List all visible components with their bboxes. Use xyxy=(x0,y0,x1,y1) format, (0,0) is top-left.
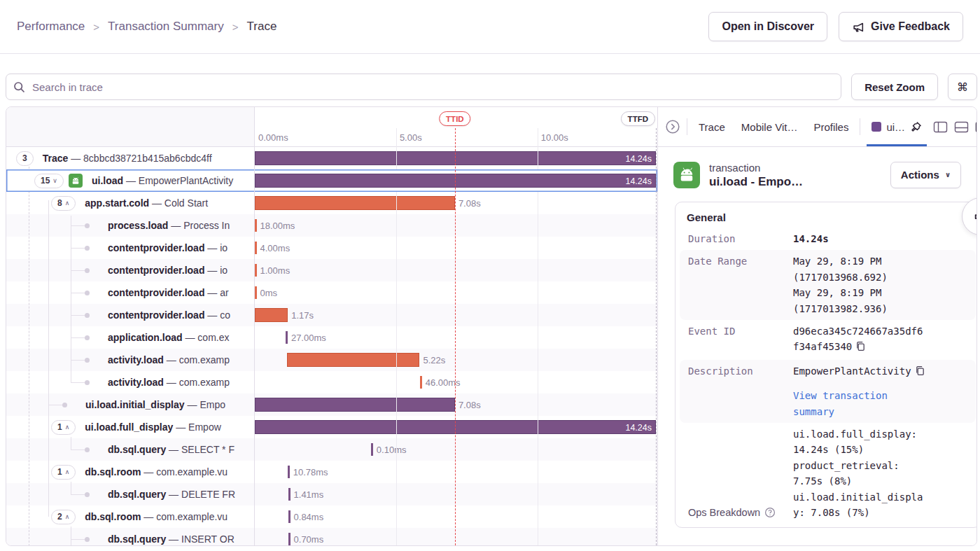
span-tree-cell[interactable]: contentprovider.load — ar xyxy=(6,281,255,304)
span-timeline-cell[interactable]: 10.78ms xyxy=(255,461,657,483)
span-timeline-cell[interactable]: 7.08s xyxy=(255,192,657,214)
span-bar-tick[interactable] xyxy=(371,443,373,456)
span-timeline-cell[interactable]: 1.17s xyxy=(255,304,657,326)
span-bar[interactable] xyxy=(255,398,455,412)
trace-row-ui-load-initial-display[interactable]: ui.load.initial_display — Empo7.08s xyxy=(6,393,657,416)
span-timeline-cell[interactable]: 1.41ms xyxy=(255,483,657,505)
span-tree-cell[interactable]: 8∧app.start.cold — Cold Start xyxy=(6,192,255,214)
span-timeline-cell[interactable]: 18.00ms xyxy=(255,214,657,237)
span-bar-tick[interactable] xyxy=(288,533,290,545)
span-bar[interactable]: 14.24s xyxy=(255,420,656,434)
span-bar[interactable] xyxy=(255,196,455,210)
span-tree-cell[interactable]: 15∨ui.load — EmpowerPlantActivity xyxy=(6,169,255,192)
span-timeline-cell[interactable]: 14.24s xyxy=(255,169,657,192)
child-count-badge[interactable]: 1∧ xyxy=(51,420,76,435)
child-count-badge[interactable]: 2∧ xyxy=(51,510,76,524)
trace-row-contentprovider-load[interactable]: contentprovider.load — io1.00ms xyxy=(6,259,657,281)
child-count-badge[interactable]: 3 xyxy=(16,151,34,166)
tab-mobile-vitals[interactable]: Mobile Vit… xyxy=(736,107,803,146)
trace-row-activity-load[interactable]: activity.load — com.examp46.00ms xyxy=(6,371,657,393)
trace-row-db-sql-room[interactable]: 2∧db.sql.room — com.example.vu0.84ms xyxy=(6,505,657,528)
span-bar[interactable] xyxy=(255,308,288,322)
tab-profiles[interactable]: Profiles xyxy=(808,107,853,146)
trace-row-process-load[interactable]: process.load — Process In18.00ms xyxy=(6,214,657,237)
view-transaction-summary-link[interactable]: View transaction summary xyxy=(793,388,925,419)
span-bar-tick[interactable] xyxy=(255,286,257,299)
search-input[interactable] xyxy=(31,81,834,94)
span-bar-tick[interactable] xyxy=(288,488,290,501)
trace-row-db-sql-query[interactable]: db.sql.query — SELECT * F0.10ms xyxy=(6,438,657,461)
span-bar-tick[interactable] xyxy=(420,376,422,389)
pin-icon[interactable] xyxy=(910,121,922,133)
trace-row-contentprovider-load[interactable]: contentprovider.load — co1.17s xyxy=(6,304,657,326)
span-bar[interactable]: 14.24s xyxy=(255,174,656,188)
span-tree-cell[interactable]: db.sql.query — DELETE FR xyxy=(6,483,255,505)
span-timeline-cell[interactable]: 0.84ms xyxy=(255,505,657,528)
layout-left-icon[interactable] xyxy=(933,121,948,133)
span-tree-cell[interactable]: 1∧ui.load.full_display — Empow xyxy=(6,416,255,438)
copy-icon[interactable] xyxy=(915,365,925,380)
span-bar-tick[interactable] xyxy=(288,466,290,478)
span-tree-cell[interactable]: ui.load.initial_display — Empo xyxy=(6,393,255,416)
span-tree-cell[interactable]: activity.load — com.examp xyxy=(6,371,255,393)
trace-row-ui-load-full-display[interactable]: 1∧ui.load.full_display — Empow14.24s xyxy=(6,416,657,438)
span-bar-tick[interactable] xyxy=(288,510,290,523)
span-timeline-cell[interactable]: 14.24s xyxy=(255,147,657,169)
span-timeline-cell[interactable]: 7.08s xyxy=(255,393,657,416)
help-icon[interactable] xyxy=(764,507,776,518)
span-timeline-cell[interactable]: 0ms xyxy=(255,281,657,304)
span-tree-cell[interactable]: contentprovider.load — io xyxy=(6,259,255,281)
span-bar-tick[interactable] xyxy=(255,264,257,277)
breadcrumb-performance[interactable]: Performance xyxy=(17,20,85,34)
tab-trace[interactable]: Trace xyxy=(694,107,730,146)
span-timeline-cell[interactable]: 4.00ms xyxy=(255,237,657,259)
span-tree-cell[interactable]: contentprovider.load — io xyxy=(6,237,255,259)
span-timeline-cell[interactable]: 5.22s xyxy=(255,349,657,371)
span-timeline-cell[interactable]: 0.70ms xyxy=(255,528,657,545)
span-bar[interactable] xyxy=(287,353,420,367)
child-count-badge[interactable]: 8∧ xyxy=(51,196,76,211)
trace-row-db-sql-query[interactable]: db.sql.query — DELETE FR1.41ms xyxy=(6,483,657,505)
span-tree-cell[interactable]: application.load — com.ex xyxy=(6,326,255,349)
span-tree-cell[interactable]: activity.load — com.examp xyxy=(6,349,255,371)
trace-row-activity-load[interactable]: activity.load — com.examp5.22s xyxy=(6,349,657,371)
span-tree-cell[interactable]: contentprovider.load — co xyxy=(6,304,255,326)
trace-row-db-sql-room[interactable]: 1∧db.sql.room — com.example.vu10.78ms xyxy=(6,461,657,483)
span-tree-cell[interactable]: db.sql.query — INSERT OR xyxy=(6,528,255,545)
child-count-badge[interactable]: 1∧ xyxy=(51,465,76,480)
trace-row-application-load[interactable]: application.load — com.ex27.00ms xyxy=(6,326,657,349)
actions-button[interactable]: Actions ∨ xyxy=(890,162,961,188)
trace-row-contentprovider-load[interactable]: contentprovider.load — io4.00ms xyxy=(6,237,657,259)
span-timeline-cell[interactable]: 27.00ms xyxy=(255,326,657,349)
open-in-discover-button[interactable]: Open in Discover xyxy=(708,12,827,41)
trace-row-ui-load[interactable]: 15∨ui.load — EmpowerPlantActivity14.24s xyxy=(6,169,657,192)
layout-right-icon[interactable] xyxy=(975,121,976,133)
span-timeline-cell[interactable]: 0.10ms xyxy=(255,438,657,461)
trace-row-db-sql-query[interactable]: db.sql.query — INSERT OR0.70ms xyxy=(6,528,657,545)
span-tree-cell[interactable]: db.sql.query — SELECT * F xyxy=(6,438,255,461)
trace-row-contentprovider-load[interactable]: contentprovider.load — ar0ms xyxy=(6,281,657,304)
command-shortcut-button[interactable]: ⌘ xyxy=(948,74,977,100)
reset-zoom-button[interactable]: Reset Zoom xyxy=(851,74,938,100)
trace-row-trace[interactable]: 3Trace — 8cbbcd38721b415ab6cbdc4ff14.24s xyxy=(6,147,657,169)
breadcrumb-transaction-summary[interactable]: Transaction Summary xyxy=(108,20,224,34)
give-feedback-button[interactable]: Give Feedback xyxy=(839,12,963,41)
expand-panel-icon[interactable] xyxy=(665,119,680,134)
timeline-axis[interactable]: 0.00ms5.00s10.00sTTIDTTFD xyxy=(255,107,657,146)
span-bar-tick[interactable] xyxy=(255,242,257,254)
trace-row-app-start-cold[interactable]: 8∧app.start.cold — Cold Start7.08s xyxy=(6,192,657,214)
layout-bottom-icon[interactable] xyxy=(954,121,969,133)
span-timeline-cell[interactable]: 46.00ms xyxy=(255,371,657,393)
child-count-badge[interactable]: 15∨ xyxy=(34,174,64,188)
span-timeline-cell[interactable]: 1.00ms xyxy=(255,259,657,281)
span-bar[interactable]: 14.24s xyxy=(255,151,656,165)
span-timeline-cell[interactable]: 14.24s xyxy=(255,416,657,438)
span-bar-tick[interactable] xyxy=(286,331,288,344)
span-bar-tick[interactable] xyxy=(255,219,257,232)
span-tree-cell[interactable]: 3Trace — 8cbbcd38721b415ab6cbdc4ff xyxy=(6,147,255,169)
span-tree-cell[interactable]: 2∧db.sql.room — com.example.vu xyxy=(6,505,255,528)
span-tree-cell[interactable]: 1∧db.sql.room — com.example.vu xyxy=(6,461,255,483)
copy-icon[interactable] xyxy=(855,340,865,356)
span-tree-cell[interactable]: process.load — Process In xyxy=(6,214,255,237)
tab-active-span[interactable]: ui… xyxy=(867,107,927,146)
